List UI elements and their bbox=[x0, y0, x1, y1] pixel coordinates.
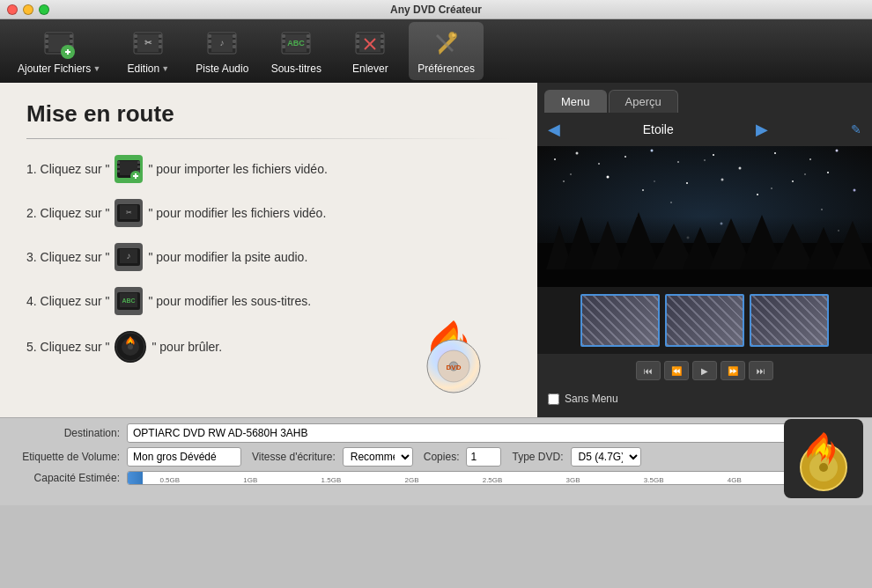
toolbar-label-ajouter: Ajouter Fichiers bbox=[18, 62, 91, 75]
toolbar-item-enlever[interactable]: Enlever bbox=[335, 22, 405, 80]
svg-point-83 bbox=[739, 167, 742, 170]
svg-point-95 bbox=[854, 189, 856, 192]
step-3-number: 3. Cliquez sur " bbox=[26, 250, 109, 264]
piste-audio-icon: ♪ bbox=[206, 27, 238, 59]
tick-7: 4GB bbox=[694, 476, 775, 484]
volume-label: Etiquette de Volume: bbox=[14, 451, 120, 463]
toolbar-item-preferences[interactable]: Préférences bbox=[409, 22, 484, 80]
svg-rect-3 bbox=[45, 45, 48, 48]
svg-text:ABC: ABC bbox=[288, 39, 306, 48]
svg-rect-42 bbox=[381, 34, 384, 38]
svg-rect-39 bbox=[356, 34, 359, 38]
capacity-ticks: 0.5GB 1GB 1.5GB 2GB 2.5GB 3GB 3.5GB 4GB … bbox=[128, 472, 857, 484]
svg-point-78 bbox=[598, 163, 600, 165]
tick-5: 3GB bbox=[533, 476, 614, 484]
thumb-3[interactable] bbox=[750, 294, 829, 347]
bottom-bar: Destination: OPTIARC DVD RW AD-5680H 3AH… bbox=[0, 417, 872, 505]
destination-select[interactable]: OPTIARC DVD RW AD-5680H 3AHB bbox=[127, 423, 858, 443]
svg-point-80 bbox=[651, 150, 654, 152]
step-1-text: " pour importer les fichiers vidéo. bbox=[148, 162, 327, 176]
svg-rect-21 bbox=[208, 34, 211, 38]
svg-point-89 bbox=[642, 189, 644, 191]
volume-input[interactable] bbox=[127, 447, 241, 467]
maximize-button[interactable] bbox=[39, 4, 49, 15]
fast-forward-button[interactable]: ⏩ bbox=[721, 361, 745, 380]
svg-rect-15 bbox=[159, 34, 162, 38]
svg-text:♪: ♪ bbox=[220, 38, 225, 48]
template-name: Etoile bbox=[643, 122, 674, 136]
step-4-text: " pour modifier les sous-titres. bbox=[148, 294, 311, 308]
toolbar-item-sous-titres[interactable]: ABC Sous-titres bbox=[261, 22, 331, 80]
step-3-text: " pour modifier la psite audio. bbox=[148, 250, 307, 264]
svg-point-48 bbox=[452, 33, 455, 37]
toolbar-label-edition: Edition bbox=[127, 62, 159, 75]
minimize-button[interactable] bbox=[23, 4, 33, 15]
step-1: 1. Cliquez sur " bbox=[26, 155, 511, 183]
sans-menu-checkbox[interactable] bbox=[548, 393, 559, 405]
toolbar-item-edition[interactable]: ✂ Edition ▼ bbox=[113, 22, 183, 80]
thumb-1[interactable] bbox=[580, 294, 660, 347]
destination-label: Destination: bbox=[14, 427, 120, 439]
dvd-type-select[interactable]: D5 (4.7G) bbox=[571, 447, 641, 467]
svg-point-77 bbox=[576, 152, 579, 155]
svg-point-81 bbox=[677, 161, 679, 163]
tick-2: 1.5GB bbox=[291, 476, 372, 484]
svg-point-86 bbox=[836, 150, 839, 152]
step-4-icon: ABC bbox=[115, 287, 143, 315]
prev-template-button[interactable]: ◀ bbox=[548, 120, 560, 139]
play-button[interactable]: ▶ bbox=[692, 361, 717, 380]
close-button[interactable] bbox=[7, 4, 18, 15]
thumb-2[interactable] bbox=[665, 294, 744, 347]
svg-rect-22 bbox=[208, 40, 211, 43]
toolbar-item-piste-audio[interactable]: ♪ Piste Audio bbox=[187, 22, 257, 80]
thumbnails-row bbox=[537, 287, 872, 354]
enlever-icon bbox=[354, 27, 386, 59]
next-template-button[interactable]: ▶ bbox=[756, 120, 768, 139]
toolbar-label-sous-titres: Sous-titres bbox=[271, 62, 321, 75]
sans-menu-label: Sans Menu bbox=[565, 393, 618, 405]
svg-text:ABC: ABC bbox=[122, 298, 136, 304]
svg-rect-52 bbox=[117, 170, 120, 173]
toolbar-item-ajouter[interactable]: Ajouter Fichiers ▼ bbox=[9, 22, 109, 80]
add-files-icon bbox=[43, 27, 75, 59]
svg-rect-24 bbox=[233, 34, 236, 38]
skip-end-button[interactable]: ⏭ bbox=[749, 361, 773, 380]
step-5-icon bbox=[115, 331, 146, 363]
preferences-icon bbox=[431, 27, 462, 59]
svg-point-90 bbox=[686, 182, 688, 184]
svg-rect-41 bbox=[356, 45, 359, 48]
svg-point-94 bbox=[827, 172, 829, 173]
edition-label-row: Edition ▼ bbox=[127, 62, 169, 75]
main-content: Mise en route 1. Cliquez sur " bbox=[0, 83, 872, 417]
sans-menu-row: Sans Menu bbox=[537, 387, 872, 410]
svg-point-93 bbox=[792, 180, 794, 182]
tick-0: 0.5GB bbox=[129, 476, 211, 484]
tick-6: 3.5GB bbox=[613, 476, 694, 484]
step-2-number: 2. Cliquez sur " bbox=[26, 206, 109, 220]
burn-icon-area[interactable] bbox=[784, 419, 863, 498]
speed-select[interactable]: Recomme bbox=[343, 447, 413, 467]
step-1-number: 1. Cliquez sur " bbox=[26, 162, 109, 176]
template-preview bbox=[537, 146, 872, 287]
step-3-icon: ♪ bbox=[115, 243, 143, 271]
right-panel: Menu Aperçu ◀ Etoile ▶ ✎ bbox=[537, 83, 872, 417]
toolbar-label-enlever: Enlever bbox=[352, 62, 388, 75]
tab-menu[interactable]: Menu bbox=[544, 90, 607, 113]
edition-dropdown-arrow: ▼ bbox=[161, 64, 169, 73]
copies-input[interactable] bbox=[466, 447, 501, 467]
svg-rect-54 bbox=[137, 165, 140, 168]
skip-start-button[interactable]: ⏮ bbox=[636, 361, 661, 380]
playback-controls: ⏮ ⏪ ▶ ⏩ ⏭ bbox=[537, 354, 872, 387]
svg-rect-43 bbox=[381, 40, 384, 43]
svg-rect-50 bbox=[117, 161, 120, 164]
svg-point-71 bbox=[128, 344, 133, 349]
tab-apercu[interactable]: Aperçu bbox=[609, 90, 678, 113]
svg-text:DVD: DVD bbox=[447, 364, 462, 371]
destination-row: Destination: OPTIARC DVD RW AD-5680H 3AH… bbox=[14, 423, 858, 443]
svg-text:✂: ✂ bbox=[144, 38, 152, 48]
step-1-icon bbox=[115, 155, 143, 183]
edit-template-icon[interactable]: ✎ bbox=[851, 122, 861, 136]
step-5-text: " pour brûler. bbox=[151, 340, 222, 354]
svg-rect-10 bbox=[67, 49, 69, 55]
rewind-button[interactable]: ⏪ bbox=[664, 361, 689, 380]
